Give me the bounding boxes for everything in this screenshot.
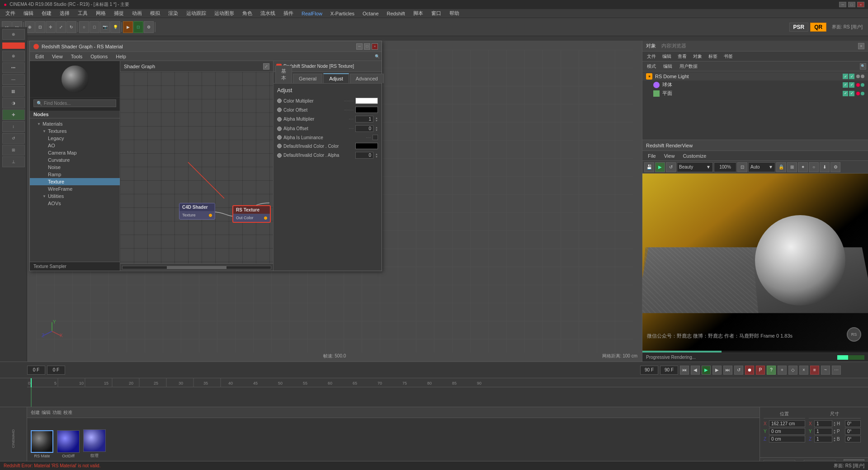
sy-down[interactable]: ▼ bbox=[833, 432, 836, 434]
rv-star[interactable]: ✦ bbox=[798, 162, 808, 172]
rs-tab-advanced[interactable]: Advanced bbox=[350, 74, 384, 83]
obj-item-plane[interactable]: 平面 ✓ ✓ bbox=[642, 89, 868, 98]
sphere-check1[interactable]: ✓ bbox=[843, 82, 848, 88]
color-multiplier-swatch[interactable] bbox=[355, 98, 378, 104]
menu-simulate[interactable]: 模拟 bbox=[146, 9, 164, 18]
shader-dialog-maximize[interactable]: □ bbox=[364, 43, 370, 50]
layer-btn[interactable]: ≡ bbox=[810, 366, 819, 375]
rs-texture-node[interactable]: RS Texture Out Color bbox=[232, 205, 271, 223]
graph-fit-btn[interactable]: ⤢ bbox=[263, 63, 269, 70]
menu-motion-track[interactable]: 运动跟踪 bbox=[183, 9, 210, 18]
qr-button[interactable]: QR bbox=[810, 23, 826, 32]
objm-bookmarks[interactable]: 书签 bbox=[721, 52, 736, 61]
am-down[interactable]: ▼ bbox=[375, 119, 378, 122]
pos-y-input[interactable] bbox=[769, 428, 805, 435]
motion-path[interactable]: ~ bbox=[821, 366, 830, 375]
transport-play[interactable]: ▶ bbox=[702, 366, 711, 375]
size-x-input[interactable] bbox=[814, 420, 832, 427]
menu-edit[interactable]: 编辑 bbox=[20, 9, 37, 18]
record-pos[interactable]: P bbox=[756, 366, 765, 375]
sz-down[interactable]: ▼ bbox=[833, 439, 836, 442]
tree-utilities[interactable]: ▼ Utilities bbox=[30, 193, 120, 200]
default-color-swatch[interactable] bbox=[355, 143, 378, 149]
keyframe-add[interactable]: + bbox=[778, 366, 787, 375]
tree-ao[interactable]: AO bbox=[30, 142, 120, 149]
end-frame-input[interactable] bbox=[660, 366, 678, 375]
tool-clamp[interactable]: ⊥ bbox=[2, 156, 25, 167]
transport-loop[interactable]: ↺ bbox=[734, 366, 743, 375]
shader-menu-edit[interactable]: Edit bbox=[32, 53, 47, 60]
graph-hscrollbar[interactable] bbox=[122, 266, 271, 269]
rv-save[interactable]: 💾 bbox=[644, 162, 654, 172]
obj-mgr-close[interactable]: × bbox=[858, 43, 864, 49]
pos-x-input[interactable] bbox=[769, 420, 805, 427]
maximize-button[interactable]: □ bbox=[848, 2, 855, 7]
tb-null[interactable]: ○ bbox=[79, 21, 89, 33]
menu-mesh[interactable]: 网格 bbox=[92, 9, 109, 18]
menu-file[interactable]: 文件 bbox=[2, 9, 19, 18]
objm-file[interactable]: 文件 bbox=[644, 52, 659, 61]
tool-sculpt[interactable]: ◑ bbox=[2, 98, 25, 108]
menu-xparticles[interactable]: X-Particles bbox=[327, 10, 358, 17]
tree-wireframe[interactable]: WireFrame bbox=[30, 185, 120, 193]
menu-window[interactable]: 窗口 bbox=[428, 9, 445, 18]
tb-render-settings[interactable]: ⚙ bbox=[144, 21, 154, 33]
tool-move[interactable]: ✚ bbox=[2, 109, 25, 120]
mat-func[interactable]: 功能 bbox=[52, 409, 61, 416]
tool-transform[interactable]: ⊞ bbox=[2, 145, 25, 155]
menu-tools[interactable]: 工具 bbox=[74, 9, 91, 18]
rv-play[interactable]: ▶ bbox=[655, 162, 665, 172]
tool-scale2[interactable]: ↕ bbox=[2, 121, 25, 132]
rv-lock[interactable]: 🔒 bbox=[776, 162, 786, 172]
da-down[interactable]: ▼ bbox=[375, 155, 378, 158]
alpha-multiplier-input[interactable] bbox=[355, 116, 373, 122]
tool-select[interactable]: ⊕ bbox=[2, 51, 25, 61]
menu-plugins[interactable]: 插件 bbox=[280, 9, 297, 18]
keyframe-sel[interactable]: ◇ bbox=[788, 366, 797, 375]
minimize-button[interactable]: ─ bbox=[839, 2, 846, 7]
tb-render-view[interactable]: ⊡ bbox=[133, 21, 143, 33]
objm-view[interactable]: 查看 bbox=[675, 52, 689, 61]
menu-mograph[interactable]: 运动图形 bbox=[211, 9, 238, 18]
pos-z-input[interactable] bbox=[769, 436, 805, 442]
tree-legacy[interactable]: Legacy bbox=[30, 135, 120, 142]
obj-item-sphere[interactable]: 球体 ✓ ✓ bbox=[642, 80, 868, 89]
tree-textures[interactable]: ▼ Textures bbox=[30, 127, 120, 135]
menu-octane[interactable]: Octane bbox=[359, 10, 382, 17]
shader-menu-view[interactable]: View bbox=[48, 53, 66, 60]
shader-dialog-minimize[interactable]: ─ bbox=[356, 43, 363, 50]
shader-search-icon[interactable]: 🔍 bbox=[375, 54, 380, 59]
tree-camera-map[interactable]: Camera Map bbox=[30, 149, 120, 156]
shader-menu-tools[interactable]: Tools bbox=[67, 53, 86, 60]
timeline-more[interactable]: ⋯ bbox=[832, 366, 841, 375]
rot-p-input[interactable] bbox=[845, 428, 861, 435]
sphere-check2[interactable]: ✓ bbox=[849, 82, 854, 88]
menu-animate[interactable]: 动画 bbox=[128, 9, 146, 18]
menu-create[interactable]: 创建 bbox=[38, 9, 55, 18]
transport-end[interactable]: ⏭ bbox=[723, 366, 732, 375]
record-question[interactable]: ? bbox=[767, 366, 776, 375]
objm-edit[interactable]: 编辑 bbox=[660, 52, 674, 61]
tb-camera[interactable]: 📷 bbox=[100, 21, 110, 33]
tb-light[interactable]: 💡 bbox=[110, 21, 120, 33]
psr-button[interactable]: PSR bbox=[789, 23, 809, 32]
mat-create[interactable]: 创建 bbox=[31, 409, 40, 416]
keyframe-del[interactable]: × bbox=[799, 366, 808, 375]
dl-check2[interactable]: ✓ bbox=[849, 74, 854, 79]
alpha-offset-input[interactable] bbox=[355, 125, 373, 132]
rv-menu-customize[interactable]: Customize bbox=[679, 152, 710, 160]
tb-rotate[interactable]: ↻ bbox=[66, 21, 76, 33]
tree-ramp[interactable]: Ramp bbox=[30, 171, 120, 178]
tree-curvature[interactable]: Curvature bbox=[30, 156, 120, 164]
tool-poly[interactable]: ▦ bbox=[2, 86, 25, 97]
size-z-input[interactable] bbox=[814, 436, 832, 442]
frame-input[interactable] bbox=[47, 366, 65, 375]
rs-tab-adjust[interactable]: Adjust bbox=[323, 73, 349, 83]
menu-snap[interactable]: 捕捉 bbox=[110, 9, 127, 18]
rv-menu-file[interactable]: File bbox=[644, 152, 660, 160]
tool-rotate2[interactable]: ↺ bbox=[2, 133, 25, 144]
rv-auto-dropdown[interactable]: Auto ▼ bbox=[748, 162, 775, 172]
material-texture[interactable]: 纹理 bbox=[83, 429, 106, 459]
rot-h-input[interactable] bbox=[845, 420, 861, 427]
menu-redshift[interactable]: Redshift bbox=[383, 10, 409, 17]
